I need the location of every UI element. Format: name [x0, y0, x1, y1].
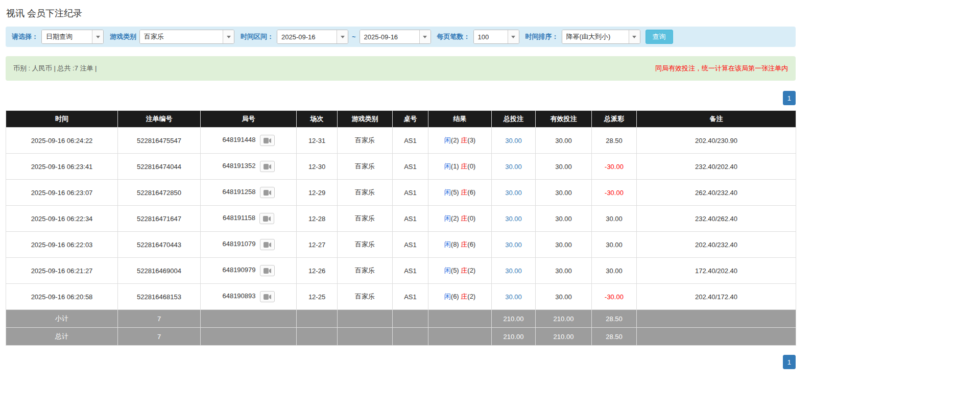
round-video-button[interactable] [260, 135, 275, 146]
table-row: 2025-09-16 06:21:27522816469004648190979… [6, 258, 796, 284]
sort-order-input[interactable] [562, 30, 629, 43]
date-to-input[interactable] [360, 30, 419, 43]
cell-valid-bet: 30.00 [536, 180, 592, 206]
cell-total-bet: 30.00 [492, 180, 536, 206]
page-size-label: 每页笔数： [437, 32, 470, 41]
round-id-text: 648190893 [222, 292, 255, 300]
subtotal-total-bet: 210.00 [492, 310, 536, 328]
page-size-dropdown-button[interactable] [508, 30, 519, 43]
sort-order-label: 时间排序： [525, 32, 559, 41]
total-empty-game [338, 328, 393, 346]
total-empty-round [201, 328, 297, 346]
result-player-score: (1) [451, 162, 459, 170]
total-bet-link[interactable]: 30.00 [505, 189, 522, 197]
sort-order-dropdown-button[interactable] [629, 30, 640, 43]
total-bet-link[interactable]: 30.00 [505, 137, 522, 144]
game-type-label: 游戏类别 [110, 32, 136, 41]
table-body: 2025-09-16 06:24:22522816475547648191448… [6, 128, 796, 310]
mode-dropdown-button[interactable] [92, 30, 103, 43]
round-video-button[interactable] [260, 161, 275, 172]
video-camera-icon [264, 164, 271, 170]
page-size-input[interactable] [474, 30, 508, 43]
cell-bet-id: 522816470443 [118, 232, 201, 258]
column-header-result: 结果 [428, 111, 492, 128]
date-from-input[interactable] [277, 30, 337, 43]
total-bet-link[interactable]: 30.00 [505, 267, 522, 275]
cell-result: 闲(1) 庄(0) [428, 154, 492, 180]
date-from-combobox [277, 30, 348, 44]
subtotal-empty-table [393, 310, 428, 328]
total-bet-link[interactable]: 30.00 [505, 215, 522, 223]
page-title: 视讯 会员下注纪录 [6, 7, 796, 19]
game-type-dropdown-button[interactable] [223, 30, 234, 43]
result-player-label: 闲 [444, 214, 451, 222]
cell-bet-id: 522816475547 [118, 128, 201, 154]
column-header-time: 时间 [6, 111, 118, 128]
chevron-down-icon [423, 36, 427, 38]
cell-valid-bet: 30.00 [536, 128, 592, 154]
date-to-dropdown-button[interactable] [419, 30, 431, 43]
result-player-label: 闲 [444, 293, 451, 300]
page-size-combobox [473, 30, 519, 44]
round-video-button[interactable] [260, 239, 275, 250]
result-player-score: (6) [451, 293, 459, 300]
column-header-round-id: 局号 [201, 111, 297, 128]
table-row: 2025-09-16 06:22:34522816471647648191158… [6, 206, 796, 232]
cell-valid-bet: 30.00 [536, 232, 592, 258]
mode-input[interactable] [42, 30, 92, 43]
cell-payout: -30.00 [592, 284, 637, 310]
cell-game-type: 百家乐 [338, 284, 393, 310]
total-label: 总计 [6, 328, 118, 346]
cell-result: 闲(6) 庄(2) [428, 284, 492, 310]
query-button[interactable]: 查询 [646, 30, 673, 44]
game-type-input[interactable] [140, 30, 223, 43]
round-id-text: 648191158 [223, 214, 255, 222]
subtotal-label: 小计 [6, 310, 118, 328]
cell-payout: -30.00 [592, 154, 637, 180]
cell-round-id: 648190893 [201, 284, 297, 310]
total-empty-result [428, 328, 492, 346]
filter-bar: 请选择： 游戏类别 时间区间： ~ 每页笔数： 时间排序： [6, 27, 796, 47]
round-video-button[interactable] [259, 213, 274, 224]
cell-result: 闲(5) 庄(2) [428, 258, 492, 284]
round-video-button[interactable] [260, 291, 275, 302]
cell-total-bet: 30.00 [492, 128, 536, 154]
cell-total-bet: 30.00 [492, 232, 536, 258]
column-header-bet-id: 注单编号 [118, 111, 201, 128]
cell-payout: -30.00 [592, 180, 637, 206]
column-header-note: 备注 [637, 111, 796, 128]
result-banker-score: (2) [467, 267, 475, 274]
date-from-dropdown-button[interactable] [337, 30, 348, 43]
total-empty-session [297, 328, 338, 346]
total-bet-link[interactable]: 30.00 [505, 241, 522, 249]
cell-session: 12-25 [297, 284, 338, 310]
video-camera-icon [263, 216, 271, 222]
round-video-button[interactable] [260, 265, 275, 276]
cell-note: 202.40/230.90 [637, 128, 796, 154]
result-banker-label: 庄 [461, 293, 467, 300]
table-row: 2025-09-16 06:23:07522816472850648191258… [6, 180, 796, 206]
cell-session: 12-28 [297, 206, 338, 232]
round-id-text: 648191258 [222, 188, 255, 196]
pagination-top: 1 [6, 91, 796, 105]
page-1-button[interactable]: 1 [783, 355, 796, 369]
cell-game-type: 百家乐 [338, 258, 393, 284]
cell-bet-id: 522816469004 [118, 258, 201, 284]
cell-table-no: AS1 [393, 206, 428, 232]
result-player-score: (2) [451, 214, 459, 222]
summary-info-bar: 币别 : 人民币 | 总共 :7 注单 | 同局有效投注，统一计算在该局第一张注… [6, 56, 796, 81]
page-1-button[interactable]: 1 [783, 91, 796, 105]
cell-game-type: 百家乐 [338, 128, 393, 154]
cell-total-bet: 30.00 [492, 206, 536, 232]
cell-total-bet: 30.00 [492, 258, 536, 284]
mode-label: 请选择： [12, 32, 38, 41]
total-bet-link[interactable]: 30.00 [505, 293, 522, 301]
total-bet-link[interactable]: 30.00 [505, 163, 522, 171]
cell-time: 2025-09-16 06:21:27 [6, 258, 118, 284]
result-player-score: (5) [451, 267, 459, 274]
result-banker-label: 庄 [461, 267, 467, 274]
round-video-button[interactable] [260, 187, 275, 198]
page-container: 视讯 会员下注纪录 请选择： 游戏类别 时间区间： ~ 每页笔数： 时间排序： [6, 7, 796, 369]
cell-result: 闲(2) 庄(3) [428, 128, 492, 154]
cell-table-no: AS1 [393, 180, 428, 206]
